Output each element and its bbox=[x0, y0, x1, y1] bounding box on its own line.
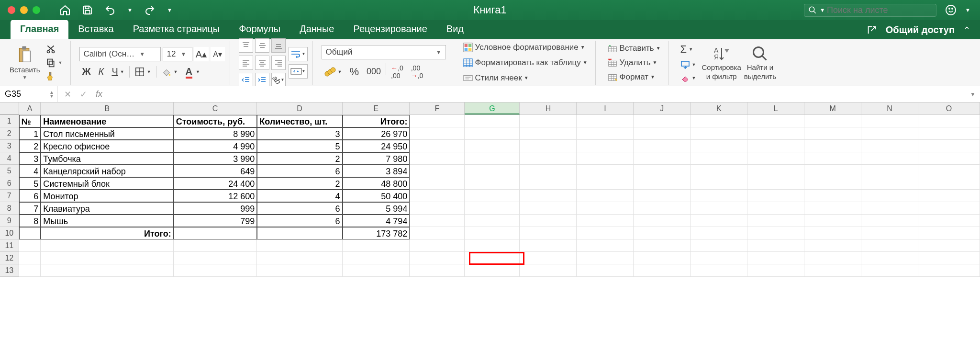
qat-customize-icon[interactable]: ▼ bbox=[167, 7, 172, 13]
cell[interactable] bbox=[257, 252, 342, 264]
cell[interactable] bbox=[804, 215, 861, 227]
cell[interactable] bbox=[520, 127, 577, 140]
row-header[interactable]: 6 bbox=[0, 177, 19, 190]
cell[interactable]: 3 990 bbox=[174, 152, 257, 165]
conditional-formatting-button[interactable]: Условное форматирование ▼ bbox=[460, 41, 588, 54]
cell[interactable] bbox=[690, 190, 747, 202]
cell[interactable] bbox=[465, 227, 520, 239]
align-bottom-button[interactable] bbox=[271, 38, 286, 53]
decrease-indent-button[interactable] bbox=[239, 73, 253, 87]
cell[interactable] bbox=[861, 177, 918, 190]
cell[interactable] bbox=[634, 177, 690, 190]
font-size-select[interactable]: 12▼ bbox=[163, 47, 192, 61]
col-header[interactable]: C bbox=[174, 102, 257, 114]
cut-button[interactable] bbox=[43, 44, 58, 55]
cell[interactable] bbox=[918, 215, 980, 227]
cell[interactable] bbox=[861, 215, 918, 227]
cell[interactable]: 12 600 bbox=[174, 190, 257, 202]
cell[interactable] bbox=[747, 177, 804, 190]
cell[interactable] bbox=[634, 215, 690, 227]
tab-view[interactable]: Вид bbox=[437, 20, 473, 39]
cell[interactable] bbox=[804, 252, 861, 264]
cell[interactable] bbox=[918, 165, 980, 177]
decrease-font-button[interactable]: A▾ bbox=[211, 47, 225, 61]
cell[interactable] bbox=[804, 177, 861, 190]
cell[interactable] bbox=[634, 239, 690, 252]
orientation-button[interactable]: ab▼ bbox=[271, 73, 286, 87]
cell[interactable] bbox=[747, 115, 804, 127]
cell[interactable] bbox=[747, 190, 804, 202]
format-painter-button[interactable] bbox=[43, 70, 58, 82]
col-header[interactable]: O bbox=[918, 102, 980, 114]
cell[interactable] bbox=[410, 127, 465, 140]
cell[interactable] bbox=[918, 190, 980, 202]
cell[interactable] bbox=[520, 252, 577, 264]
cell[interactable] bbox=[861, 264, 918, 277]
cell[interactable]: Стол письменный bbox=[41, 127, 173, 140]
row-header[interactable]: 8 bbox=[0, 202, 19, 215]
name-box[interactable]: G35 ▲▼ bbox=[0, 86, 57, 102]
cell[interactable] bbox=[918, 177, 980, 190]
cell[interactable]: 26 970 bbox=[343, 127, 410, 140]
wrap-text-button[interactable]: ▼ bbox=[289, 47, 308, 61]
cell[interactable] bbox=[918, 115, 980, 127]
cell[interactable] bbox=[918, 252, 980, 264]
cell[interactable]: Итого: bbox=[41, 227, 173, 239]
cell[interactable] bbox=[861, 140, 918, 152]
sort-filter-button[interactable]: АЯ Сортировка и фильтр bbox=[702, 45, 741, 80]
cell[interactable] bbox=[634, 190, 690, 202]
cell[interactable] bbox=[343, 252, 410, 264]
cell[interactable]: Тумбочка bbox=[41, 152, 173, 165]
cell[interactable] bbox=[690, 177, 747, 190]
share-label[interactable]: Общий доступ bbox=[886, 24, 955, 35]
cell[interactable] bbox=[343, 264, 410, 277]
cell[interactable]: 3 894 bbox=[343, 165, 410, 177]
cell[interactable] bbox=[577, 252, 634, 264]
enter-formula-button[interactable]: ✓ bbox=[80, 89, 87, 100]
cell[interactable] bbox=[174, 252, 257, 264]
cell[interactable] bbox=[634, 165, 690, 177]
bold-button[interactable]: Ж bbox=[79, 65, 94, 78]
cell[interactable]: 999 bbox=[174, 202, 257, 215]
cell[interactable] bbox=[861, 190, 918, 202]
col-header[interactable]: G bbox=[465, 102, 520, 114]
cell[interactable] bbox=[465, 252, 520, 264]
row-header[interactable]: 13 bbox=[0, 264, 19, 277]
col-header[interactable]: A bbox=[19, 102, 41, 114]
cell[interactable] bbox=[41, 264, 173, 277]
cell[interactable] bbox=[861, 127, 918, 140]
cell[interactable]: Канцелярский набор bbox=[41, 165, 173, 177]
cell[interactable]: 649 bbox=[174, 165, 257, 177]
align-right-button[interactable] bbox=[271, 56, 286, 70]
cell[interactable] bbox=[577, 227, 634, 239]
expand-formula-bar-button[interactable]: ▼ bbox=[966, 91, 980, 98]
cell[interactable] bbox=[19, 264, 41, 277]
row-header[interactable]: 10 bbox=[0, 227, 19, 239]
search-input[interactable] bbox=[827, 5, 932, 15]
col-header[interactable]: B bbox=[41, 102, 174, 114]
cell[interactable] bbox=[918, 140, 980, 152]
cell[interactable] bbox=[804, 165, 861, 177]
cell[interactable] bbox=[410, 165, 465, 177]
col-header[interactable]: L bbox=[747, 102, 804, 114]
cell[interactable] bbox=[410, 252, 465, 264]
cell[interactable]: Монитор bbox=[41, 190, 173, 202]
cell[interactable]: Клавиатура bbox=[41, 202, 173, 215]
cell[interactable] bbox=[577, 127, 634, 140]
cell[interactable] bbox=[174, 239, 257, 252]
cell[interactable] bbox=[747, 165, 804, 177]
format-as-table-button[interactable]: Форматировать как таблицу ▼ bbox=[460, 57, 590, 69]
cell[interactable] bbox=[465, 264, 520, 277]
cell[interactable] bbox=[19, 252, 41, 264]
cell[interactable] bbox=[465, 127, 520, 140]
cell[interactable] bbox=[465, 177, 520, 190]
row-header[interactable]: 5 bbox=[0, 165, 19, 177]
cell[interactable] bbox=[520, 152, 577, 165]
cell[interactable] bbox=[465, 239, 520, 252]
cell[interactable]: Кресло офисное bbox=[41, 140, 173, 152]
copy-button[interactable]: ▼ bbox=[43, 57, 66, 68]
cell[interactable]: 3 bbox=[257, 127, 342, 140]
cell[interactable] bbox=[918, 227, 980, 239]
cancel-formula-button[interactable]: ✕ bbox=[64, 89, 71, 100]
tab-data[interactable]: Данные bbox=[290, 20, 344, 39]
